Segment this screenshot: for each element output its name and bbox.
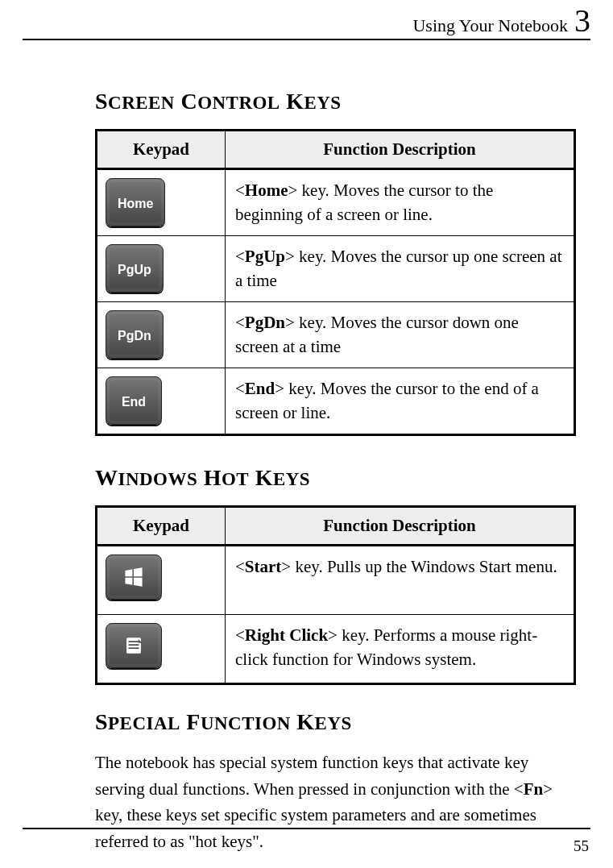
context-menu-key-icon	[106, 623, 162, 668]
col-description: Function Description	[226, 506, 575, 545]
table-row: PgUp <PgUp> key. Moves the cursor up one…	[97, 235, 575, 301]
svg-rect-2	[129, 644, 139, 646]
windows-keys-table: Keypad Function Description <Start> key.…	[95, 505, 576, 686]
page-number: 55	[574, 837, 589, 855]
svg-rect-3	[129, 647, 139, 649]
col-description: Function Description	[226, 131, 575, 169]
page: Using Your Notebook 3 Screen Control Key…	[0, 0, 613, 868]
footer-rule	[23, 828, 590, 829]
section-title-windows: Windows Hot Keys	[95, 465, 576, 491]
cell-description: <PgUp> key. Moves the cursor up one scre…	[226, 235, 575, 301]
cell-description: <PgDn> key. Moves the cursor down one sc…	[226, 301, 575, 368]
pgup-key-icon: PgUp	[106, 244, 164, 293]
content-area: Screen Control Keys Keypad Function Desc…	[23, 40, 590, 855]
header-title: Using Your Notebook	[412, 15, 568, 36]
chapter-number: 3	[574, 5, 590, 37]
table-row: <Start> key. Pulls up the Windows Start …	[97, 545, 575, 614]
cell-description: <Start> key. Pulls up the Windows Start …	[226, 545, 575, 614]
section-title-special: Special Function Keys	[95, 709, 576, 735]
cell-description: <End> key. Moves the cursor to the end o…	[226, 368, 575, 434]
cell-description: <Right Click> key. Performs a mouse righ…	[226, 614, 575, 683]
svg-rect-1	[129, 641, 139, 642]
table-row: <Right Click> key. Performs a mouse righ…	[97, 614, 575, 683]
pgdn-key-icon: PgDn	[106, 310, 164, 359]
table-row: PgDn <PgDn> key. Moves the cursor down o…	[97, 301, 575, 368]
special-keys-paragraph: The notebook has special system function…	[95, 750, 576, 854]
col-keypad: Keypad	[97, 131, 226, 169]
end-key-icon: End	[106, 376, 162, 425]
screen-keys-table: Keypad Function Description Home <Home> …	[95, 129, 576, 436]
windows-logo-key-icon	[106, 554, 162, 600]
table-row: Home <Home> key. Moves the cursor to the…	[97, 169, 575, 236]
home-key-icon: Home	[106, 178, 165, 226]
running-header: Using Your Notebook 3	[23, 0, 590, 37]
section-title-screen: Screen Control Keys	[95, 89, 576, 114]
cell-description: <Home> key. Moves the cursor to the begi…	[226, 169, 575, 236]
col-keypad: Keypad	[97, 506, 226, 545]
table-row: End <End> key. Moves the cursor to the e…	[97, 368, 575, 434]
